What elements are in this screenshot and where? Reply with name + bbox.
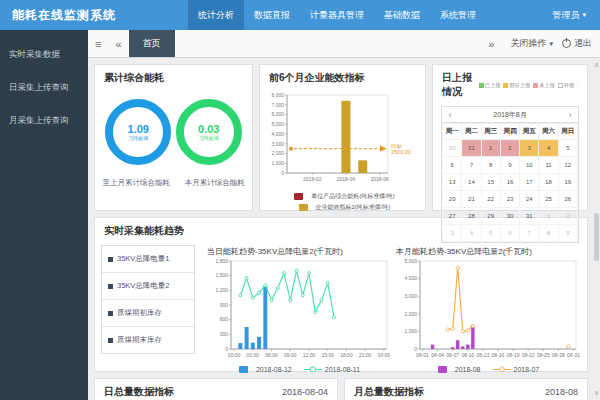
panel-realtime-trend: 实时采集能耗趋势 35KV总降电量135KV总降电量2原煤期初库存原煤期末库存 …	[94, 217, 588, 372]
svg-text:08-10: 08-10	[461, 352, 474, 358]
svg-text:09:00: 09:00	[284, 352, 297, 358]
logout-button[interactable]: 退出	[562, 37, 592, 50]
nav-item-1[interactable]: 数据直报	[244, 0, 300, 30]
calendar-day: 5	[558, 140, 577, 157]
svg-text:1,000: 1,000	[271, 160, 284, 166]
panel-title: 累计综合能耗	[104, 71, 164, 85]
svg-text:1,200: 1,200	[215, 287, 228, 293]
status-legend-item: 不在上报期限内	[577, 82, 578, 89]
calendar-day: 25	[539, 191, 558, 208]
calendar-day: 8	[481, 157, 500, 174]
scroll-down-icon[interactable]: ∨	[594, 389, 599, 397]
svg-text:08-07: 08-07	[446, 352, 459, 358]
svg-text:03:00: 03:00	[247, 352, 260, 358]
chart-legend-item[interactable]: 2018-08	[434, 365, 481, 374]
series-square-icon	[108, 257, 113, 262]
gauge-value: 1.09	[128, 123, 149, 135]
panel-title: 日总量数据指标	[104, 385, 174, 399]
svg-text:08-04: 08-04	[431, 352, 444, 358]
calendar-day: 11	[539, 157, 558, 174]
svg-text:900: 900	[220, 302, 229, 308]
user-menu[interactable]: 管理员 ▾	[538, 0, 600, 30]
svg-text:8,000: 8,000	[271, 92, 284, 98]
monthly-trend-chart: 01,0002,0003,0004,0005,00008-0108-0408-0…	[392, 257, 581, 365]
app-header: 能耗在线监测系统 统计分析数据直报计量器具管理基础数据系统管理 管理员 ▾	[0, 0, 600, 30]
close-operations-dropdown[interactable]: 关闭操作 ▾	[510, 37, 553, 50]
calendar-prev-icon[interactable]: ‹	[442, 110, 458, 120]
svg-text:1,800: 1,800	[215, 258, 228, 264]
panel-title: 实时采集能耗趋势	[104, 224, 184, 238]
nav-item-4[interactable]: 系统管理	[430, 0, 486, 30]
scroll-up-icon[interactable]: ∧	[594, 61, 599, 69]
weekday-header: 周日	[558, 124, 577, 140]
gauge-label: 本月累计综合能耗	[185, 178, 245, 188]
svg-text:0: 0	[281, 170, 284, 176]
chart-legend-item[interactable]: 单位产品综合能耗(吨标准煤/吨)	[290, 192, 395, 201]
legend-swatch-icon	[503, 83, 508, 88]
calendar-day: 3	[520, 140, 539, 157]
app-title: 能耗在线监测系统	[0, 0, 188, 30]
calendar-day: 21	[462, 191, 481, 208]
series-square-icon	[108, 284, 113, 289]
chart-legend-item[interactable]: 2018-07	[493, 365, 540, 374]
svg-text:2018-04: 2018-04	[337, 176, 356, 182]
chart-legend-item[interactable]: 2018-08-11	[304, 365, 360, 374]
status-legend-item: 已上报	[479, 82, 501, 89]
meter-item-0[interactable]: 35KV总降电量1	[102, 246, 194, 273]
menu-icon[interactable]: ≡	[88, 38, 108, 50]
svg-text:600: 600	[220, 316, 229, 322]
sidebar-item-2[interactable]: 月采集上传查询	[0, 106, 88, 136]
svg-text:08-31: 08-31	[567, 352, 580, 358]
weekday-header: 周五	[520, 124, 539, 140]
chart-title: 本月能耗趋势-35KV总降电量2(千瓦时)	[396, 246, 581, 257]
calendar-day: 16	[500, 174, 519, 191]
svg-text:6,000: 6,000	[271, 111, 284, 117]
calendar-day: 9	[500, 157, 519, 174]
gauge-label: 至上月累计综合能耗	[102, 178, 170, 188]
chart-legend-item[interactable]: 2018-08-12	[235, 365, 292, 374]
svg-text:18:00: 18:00	[340, 352, 353, 358]
tab-home[interactable]: 首页	[129, 30, 175, 57]
nav-item-0[interactable]: 统计分析	[188, 0, 244, 30]
calendar-day: 1	[481, 140, 500, 157]
svg-text:3,000: 3,000	[404, 293, 417, 299]
chart-legend-item[interactable]: 企业能效指标2(吨标准煤/吨)	[295, 203, 391, 212]
svg-text:2,000: 2,000	[271, 150, 284, 156]
meter-item-1[interactable]: 35KV总降电量2	[102, 273, 194, 300]
svg-text:2500.00: 2500.00	[391, 149, 411, 155]
caret-down-icon: ▾	[549, 40, 553, 48]
weekday-header: 周六	[539, 124, 558, 140]
gauge-ring-1: 0.03万吨标煤	[176, 99, 242, 165]
nav-item-2[interactable]: 计量器具管理	[300, 0, 374, 30]
panel-date: 2018-08	[545, 387, 578, 397]
gauge-labels: 至上月累计综合能耗本月累计综合能耗	[95, 178, 252, 188]
sidebar-item-0[interactable]: 实时采集数据	[0, 40, 88, 70]
calendar-day: 7	[462, 157, 481, 174]
calendar-day: 22	[481, 191, 500, 208]
tabs-scroll-right-icon[interactable]: »	[481, 38, 501, 50]
svg-text:0: 0	[225, 346, 228, 352]
panel-title: 月总量数据指标	[354, 385, 424, 399]
weekday-header: 周二	[462, 124, 481, 140]
user-menu-label: 管理员	[552, 9, 579, 22]
meter-list: 35KV总降电量135KV总降电量2原煤期初库存原煤期末库存	[101, 245, 195, 354]
gauge-unit: 万吨标煤	[128, 135, 148, 141]
calendar-next-icon[interactable]: ›	[562, 110, 578, 120]
legend-swatch-icon	[533, 83, 538, 88]
status-legend-item: 部分上报	[503, 82, 530, 89]
chart-legend: 2018-082018-07	[392, 365, 581, 374]
chart-legend: 单位产品综合能耗(吨标准煤/吨)企业能效指标2(吨标准煤/吨)	[260, 192, 425, 212]
tabs-scroll-left-icon[interactable]: «	[108, 38, 128, 50]
nav-item-3[interactable]: 基础数据	[374, 0, 430, 30]
panel-title: 日上报情况	[442, 71, 479, 99]
gauge-value: 0.03	[198, 123, 219, 135]
svg-text:5,000: 5,000	[271, 121, 284, 127]
meter-item-2[interactable]: 原煤期初库存	[102, 300, 194, 327]
status-legend-item: 未上报	[533, 82, 555, 89]
calendar-day: 24	[520, 191, 539, 208]
main-nav: 统计分析数据直报计量器具管理基础数据系统管理	[188, 0, 486, 30]
sidebar-item-1[interactable]: 日采集上传查询	[0, 73, 88, 103]
scrollbar-thumb[interactable]	[594, 213, 599, 261]
meter-item-3[interactable]: 原煤期末库存	[102, 327, 194, 353]
calendar-day: 14	[462, 174, 481, 191]
